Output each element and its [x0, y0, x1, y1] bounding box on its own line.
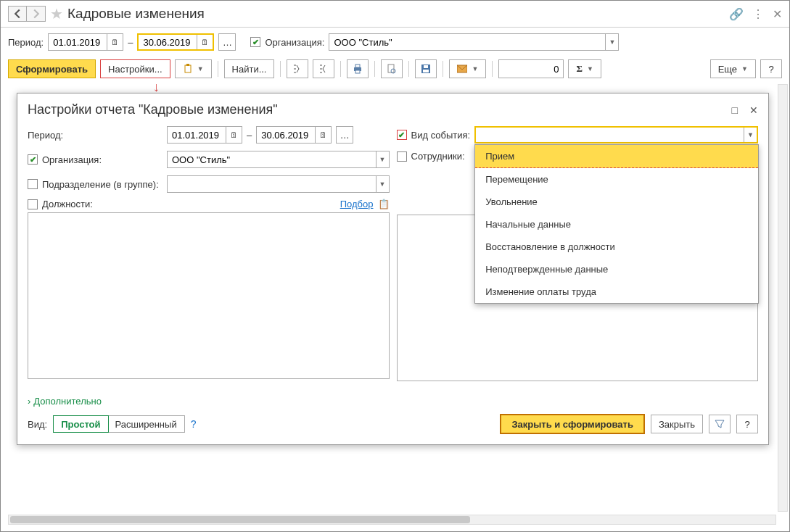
dlg-event-combo[interactable]: ▼ — [474, 126, 758, 144]
dlg-dept-input[interactable] — [168, 176, 376, 192]
close-and-form-button[interactable]: Закрыть и сформировать — [500, 414, 645, 434]
dlg-event-row: ✔ Вид события: ▼ Прием Перемещение — [397, 126, 759, 144]
star-icon[interactable]: ★ — [50, 5, 63, 22]
dialog-body: Период: 🗓 – 🗓 … — [17, 123, 768, 388]
dlg-date-from-field[interactable]: 🗓 — [167, 126, 242, 144]
page-zoom-icon — [387, 64, 397, 74]
date-to-input[interactable] — [139, 35, 197, 49]
view-simple-tab[interactable]: Простой — [53, 415, 108, 433]
chevron-down-icon[interactable]: ▼ — [744, 128, 757, 142]
org-checkbox[interactable]: ✔ — [250, 37, 260, 47]
dlg-date-to-field[interactable]: 🗓 — [256, 126, 332, 144]
chevron-down-icon[interactable]: ▼ — [376, 151, 389, 167]
scrollbar-thumb[interactable] — [10, 516, 470, 523]
dlg-period-picker-button[interactable]: … — [336, 126, 353, 144]
view-toggle: Простой Расширенный — [53, 415, 185, 433]
dlg-org-input[interactable] — [168, 151, 376, 167]
settings-button[interactable]: Настройки... — [100, 59, 170, 78]
nav-forward-button[interactable] — [27, 6, 46, 22]
form-button[interactable]: Сформировать — [8, 59, 96, 78]
period-picker-button[interactable]: … — [218, 33, 236, 51]
paste-button[interactable]: ▼ — [175, 59, 212, 78]
svg-rect-8 — [423, 70, 429, 72]
event-option[interactable]: Начальные данные — [475, 213, 758, 236]
dlg-period-label: Период: — [28, 130, 63, 141]
event-option[interactable]: Прием — [475, 145, 758, 168]
dlg-event-combo-wrap: ▼ Прием Перемещение Увольнение Начальные… — [474, 126, 758, 144]
date-from-input[interactable] — [49, 34, 107, 50]
dialog-maximize-button[interactable]: □ — [732, 104, 738, 116]
chevron-down-icon[interactable]: ▼ — [376, 176, 389, 192]
separator — [280, 61, 281, 77]
link-icon[interactable]: 🔗 — [729, 7, 744, 21]
calendar-icon[interactable]: 🗓 — [107, 34, 123, 50]
dlg-help-button[interactable]: ? — [736, 415, 758, 433]
calendar-icon[interactable]: 🗓 — [315, 127, 331, 143]
more-icon[interactable]: ⋮ — [752, 7, 764, 21]
dlg-org-checkbox[interactable]: ✔ — [28, 154, 38, 165]
dlg-dept-combo[interactable]: ▼ — [167, 175, 390, 193]
dlg-period-row: Период: 🗓 – 🗓 … — [28, 126, 390, 144]
event-option[interactable]: Неподтвержденные данные — [475, 258, 758, 280]
event-option[interactable]: Восстановление в должности — [475, 236, 758, 258]
select-link[interactable]: Подбор — [340, 199, 374, 209]
horizontal-scrollbar[interactable] — [8, 515, 776, 525]
filterbar: Период: 🗓 – 🗓 … ✔ Организация: ▼ — [1, 28, 789, 57]
preview-button[interactable] — [381, 59, 403, 78]
separator — [443, 61, 443, 77]
dlg-close-button[interactable]: Закрыть — [651, 415, 703, 433]
dlg-dept-label: Подразделение (в группе): — [42, 179, 159, 190]
event-dropdown-menu: Прием Перемещение Увольнение Начальные д… — [474, 144, 759, 304]
save-button[interactable] — [415, 59, 437, 78]
event-option[interactable]: Увольнение — [475, 191, 758, 213]
dialog-title: Настройки отчета "Кадровые изменения" — [28, 102, 278, 117]
expand-link[interactable]: › Дополнительно — [28, 396, 758, 407]
org-combo[interactable]: ▼ — [329, 33, 619, 51]
mail-button[interactable]: ▼ — [449, 59, 486, 78]
vertical-scrollbar[interactable] — [778, 84, 788, 512]
sigma-button[interactable]: Σ ▼ — [568, 59, 601, 78]
org-input[interactable] — [329, 34, 605, 50]
dlg-date-from-input[interactable] — [168, 127, 226, 143]
chevron-down-icon[interactable]: ▼ — [605, 34, 618, 50]
clipboard-icon — [183, 64, 193, 74]
dialog-close-button[interactable]: ✕ — [749, 104, 758, 116]
dlg-date-to-input[interactable] — [257, 127, 315, 143]
calendar-icon[interactable]: 🗓 — [197, 35, 213, 49]
separator — [408, 61, 409, 77]
event-option[interactable]: Изменение оплаты труда — [475, 280, 758, 303]
dlg-positions-checkbox[interactable] — [28, 199, 38, 209]
positions-listbox[interactable] — [28, 212, 390, 379]
calendar-icon[interactable]: 🗓 — [226, 127, 242, 143]
envelope-icon — [457, 64, 467, 74]
event-option[interactable]: Перемещение — [475, 168, 758, 191]
separator — [492, 61, 493, 77]
chevron-down-icon: ▼ — [197, 65, 204, 72]
help-button[interactable]: ? — [760, 59, 782, 78]
svg-rect-1 — [186, 64, 189, 66]
collapse-tree-button[interactable] — [313, 59, 334, 78]
more-button[interactable]: Еще▼ — [710, 59, 756, 78]
print-button[interactable] — [347, 59, 369, 78]
sum-field[interactable] — [498, 59, 564, 78]
close-window-button[interactable]: ✕ — [773, 7, 782, 21]
funnel-icon — [715, 419, 725, 429]
filter-button[interactable] — [709, 415, 731, 433]
dlg-dept-checkbox[interactable] — [28, 179, 38, 189]
dialog-titlebar: Настройки отчета "Кадровые изменения" □ … — [17, 93, 768, 123]
date-to-field[interactable]: 🗓 — [137, 33, 214, 51]
dlg-event-input[interactable] — [476, 128, 744, 142]
view-help-link[interactable]: ? — [191, 418, 197, 430]
view-extended-tab[interactable]: Расширенный — [108, 416, 184, 432]
org-label: Организация: — [265, 37, 324, 48]
dlg-event-checkbox[interactable]: ✔ — [397, 130, 407, 140]
clipboard-paste-icon[interactable]: 📋 — [378, 199, 390, 209]
dlg-org-combo[interactable]: ▼ — [167, 151, 390, 168]
tree-expand-icon — [292, 64, 303, 74]
nav-back-button[interactable] — [8, 6, 27, 22]
expand-tree-button[interactable] — [287, 59, 308, 78]
find-button[interactable]: Найти... — [224, 59, 275, 78]
date-from-field[interactable]: 🗓 — [48, 33, 123, 51]
dlg-employees-checkbox[interactable] — [397, 151, 407, 162]
settings-dialog: Настройки отчета "Кадровые изменения" □ … — [17, 93, 769, 445]
